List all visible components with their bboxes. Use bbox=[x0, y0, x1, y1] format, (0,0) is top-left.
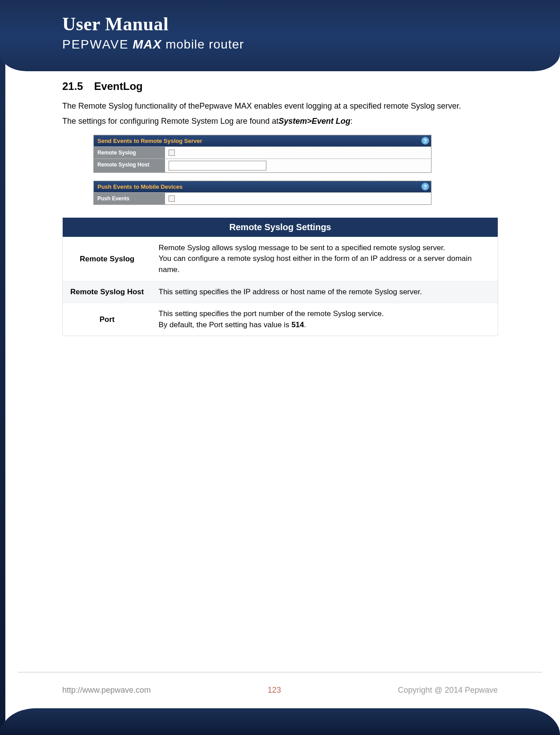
desc-line: Remote Syslog allows syslog message to b… bbox=[159, 243, 491, 254]
footer-page-number: 123 bbox=[268, 686, 281, 695]
para2-suffix: : bbox=[351, 117, 353, 126]
settings-table-title: Remote Syslog Settings bbox=[63, 217, 498, 237]
help-icon[interactable]: ? bbox=[421, 183, 429, 191]
left-edge-decoration bbox=[0, 0, 5, 735]
push-events-panel: Push Events to Mobile Devices ? Push Eve… bbox=[93, 181, 431, 205]
setting-label: Remote Syslog Host bbox=[63, 281, 152, 303]
desc-pre: By default, the Port setting has value i… bbox=[159, 321, 292, 329]
push-events-panel-header: Push Events to Mobile Devices ? bbox=[94, 181, 431, 192]
intro-paragraph-1: The Remote Syslog functionality of thePe… bbox=[62, 101, 498, 111]
document-page: User Manual PEPWAVE MAX mobile router 21… bbox=[0, 0, 560, 735]
row-label: Remote Syslog Host bbox=[94, 159, 165, 172]
footer-arc-decoration bbox=[0, 708, 560, 735]
nav-path: System>Event Log bbox=[278, 117, 351, 126]
section-heading: 21.5 EventLog bbox=[62, 80, 498, 93]
panel-row: Push Events bbox=[94, 192, 431, 204]
push-events-panel-title: Push Events to Mobile Devices bbox=[97, 183, 182, 190]
main-content: 21.5 EventLog The Remote Syslog function… bbox=[62, 80, 498, 336]
row-value bbox=[165, 193, 431, 204]
product-subtitle: PEPWAVE MAX mobile router bbox=[62, 37, 560, 52]
section-title: EventLog bbox=[94, 80, 142, 92]
product-name: MAX bbox=[133, 37, 161, 51]
syslog-panel: Send Events to Remote Syslog Server ? Re… bbox=[93, 135, 431, 173]
table-row: Port This setting specifies the port num… bbox=[63, 303, 498, 336]
default-port-value: 514 bbox=[291, 321, 304, 329]
setting-label: Port bbox=[63, 303, 152, 336]
push-events-checkbox[interactable] bbox=[169, 195, 175, 202]
para2-pre: The settings for configuring Remote Syst… bbox=[62, 117, 278, 126]
desc-line: This setting specifies the port number o… bbox=[159, 309, 491, 320]
remote-syslog-host-input[interactable] bbox=[169, 161, 266, 171]
panel-row: Remote Syslog bbox=[94, 146, 431, 158]
help-icon[interactable]: ? bbox=[421, 137, 429, 145]
row-label: Push Events bbox=[94, 193, 165, 204]
setting-desc: This setting specifies the IP address or… bbox=[152, 281, 498, 303]
header-content: User Manual PEPWAVE MAX mobile router bbox=[0, 0, 560, 52]
setting-desc: This setting specifies the port number o… bbox=[152, 303, 498, 336]
footer-copyright: Copyright @ 2014 Pepwave bbox=[398, 686, 498, 695]
syslog-panel-title: Send Events to Remote Syslog Server bbox=[97, 138, 202, 144]
setting-label: Remote Syslog bbox=[63, 237, 152, 281]
intro-paragraph-2: The settings for configuring Remote Syst… bbox=[62, 116, 498, 126]
desc-suf: . bbox=[304, 321, 306, 329]
manual-title: User Manual bbox=[62, 13, 560, 35]
row-value bbox=[165, 147, 431, 158]
ui-screenshot-area: Send Events to Remote Syslog Server ? Re… bbox=[93, 135, 431, 205]
setting-desc: Remote Syslog allows syslog message to b… bbox=[152, 237, 498, 281]
footer-url: http://www.pepwave.com bbox=[62, 686, 151, 695]
settings-table: Remote Syslog Settings Remote Syslog Rem… bbox=[62, 217, 498, 337]
table-head-row: Remote Syslog Settings bbox=[63, 217, 498, 237]
row-label: Remote Syslog bbox=[94, 147, 165, 158]
syslog-panel-header: Send Events to Remote Syslog Server ? bbox=[94, 135, 431, 146]
header-band: User Manual PEPWAVE MAX mobile router bbox=[0, 0, 560, 71]
table-row: Remote Syslog Remote Syslog allows syslo… bbox=[63, 237, 498, 281]
row-value bbox=[165, 159, 431, 172]
desc-line: By default, the Port setting has value i… bbox=[159, 320, 491, 331]
remote-syslog-checkbox[interactable] bbox=[169, 150, 175, 156]
desc-line: You can configure a remote syslog host e… bbox=[159, 253, 491, 275]
panel-row: Remote Syslog Host bbox=[94, 158, 431, 172]
desc-line: This setting specifies the IP address or… bbox=[159, 287, 491, 298]
table-row: Remote Syslog Host This setting specifie… bbox=[63, 281, 498, 303]
brand-name: PEPWAVE bbox=[62, 37, 129, 51]
page-footer: http://www.pepwave.com 123 Copyright @ 2… bbox=[0, 686, 560, 695]
footer-divider bbox=[18, 672, 542, 673]
section-number: 21.5 bbox=[62, 80, 83, 92]
product-suffix: mobile router bbox=[165, 37, 244, 51]
